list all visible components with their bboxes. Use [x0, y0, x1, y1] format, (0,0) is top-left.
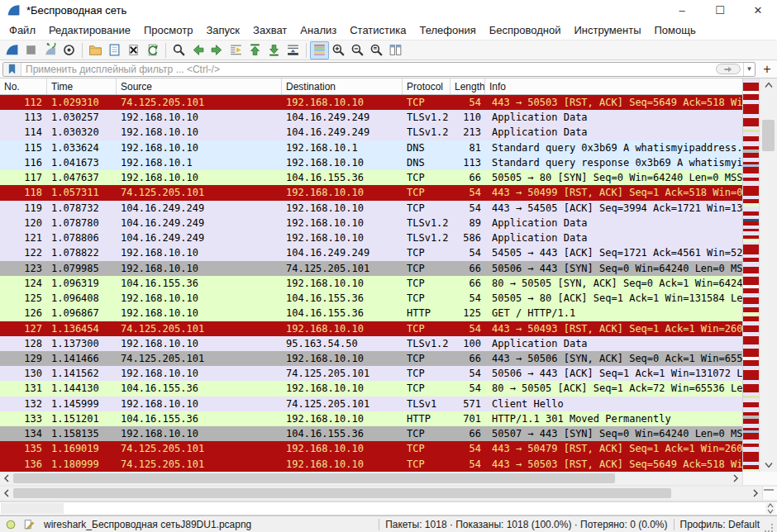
expert-info-icon[interactable]	[4, 518, 17, 531]
splitter-grip[interactable]	[764, 489, 774, 491]
go-first-packet-button[interactable]	[245, 41, 265, 59]
reload-file-button[interactable]	[143, 41, 162, 59]
minimize-button[interactable]: –	[663, 0, 701, 20]
display-filter-field[interactable]: ▼	[2, 62, 756, 77]
capture-comment-icon[interactable]	[22, 518, 36, 531]
packet-row[interactable]: 1351.16901974.125.205.101192.168.10.10TC…	[0, 441, 742, 456]
save-file-button[interactable]	[105, 41, 124, 59]
menu-edit[interactable]: Редактирование	[42, 21, 137, 39]
packet-source: 74.125.205.101	[117, 441, 282, 456]
packet-row[interactable]: 1301.141562192.168.10.1074.125.205.101TC…	[0, 366, 742, 381]
start-capture-button[interactable]	[2, 41, 21, 59]
packet-row[interactable]: 1121.02931074.125.205.101192.168.10.10TC…	[0, 95, 742, 110]
scroll-up-arrow-icon[interactable]	[760, 78, 777, 92]
packet-row[interactable]: 1151.033624192.168.10.10192.168.10.1DNS8…	[0, 140, 742, 155]
apply-filter-button[interactable]	[716, 64, 741, 74]
packet-no: 123	[0, 261, 47, 276]
go-last-packet-button[interactable]	[265, 41, 284, 59]
packet-protocol: TLSv1.2	[403, 125, 450, 140]
vertical-scrollbar-thumb[interactable]	[762, 120, 775, 151]
packet-row[interactable]: 1331.151201104.16.155.36192.168.10.10HTT…	[0, 411, 742, 426]
maximize-button[interactable]: ☐	[701, 0, 739, 20]
packet-row[interactable]: 1141.030320192.168.10.10104.16.249.249TL…	[0, 125, 742, 140]
packet-row[interactable]: 1181.05731174.125.205.101192.168.10.10TC…	[0, 185, 742, 200]
packet-row[interactable]: 1291.14146674.125.205.101192.168.10.10TC…	[0, 351, 742, 366]
menu-analyze[interactable]: Анализ	[293, 21, 343, 39]
auto-scroll-button[interactable]	[284, 41, 303, 59]
close-file-button[interactable]	[124, 41, 143, 59]
column-header-protocol[interactable]: Protocol	[403, 78, 450, 94]
column-header-length[interactable]: Length	[450, 78, 485, 94]
hscrollbar-thumb[interactable]	[13, 473, 615, 483]
menu-help[interactable]: Помощь	[648, 21, 703, 39]
packet-row[interactable]: 1361.18099974.125.205.101192.168.10.10TC…	[0, 457, 742, 472]
colorize-button[interactable]	[310, 41, 329, 59]
packet-no: 126	[0, 306, 47, 321]
packet-row[interactable]: 1281.137300192.168.10.1095.163.54.50TLSv…	[0, 336, 742, 351]
packet-row[interactable]: 1251.096408192.168.10.10104.16.155.36TCP…	[0, 291, 742, 306]
menu-statistics[interactable]: Статистика	[343, 21, 412, 39]
menu-go[interactable]: Запуск	[199, 21, 246, 39]
go-forward-button[interactable]	[207, 41, 226, 59]
intelligent-scrollbar-minimap[interactable]	[742, 78, 759, 472]
find-packet-button[interactable]	[169, 41, 188, 59]
minimap-stripe	[743, 167, 759, 173]
resize-columns-button[interactable]	[386, 41, 405, 59]
packet-row[interactable]: 1261.096867192.168.10.10104.16.155.36HTT…	[0, 306, 742, 321]
packet-row[interactable]: 1191.078732104.16.249.249192.168.10.10TC…	[0, 201, 742, 216]
packet-row[interactable]: 1131.030257192.168.10.10104.16.249.249TL…	[0, 110, 742, 125]
go-to-packet-button[interactable]	[226, 41, 245, 59]
open-file-button[interactable]	[86, 41, 105, 59]
packet-list-hscrollbar[interactable]	[0, 472, 742, 485]
packet-row[interactable]: 1211.078806104.16.249.249192.168.10.10TL…	[0, 230, 742, 245]
packet-row[interactable]: 1161.041673192.168.10.1192.168.10.10DNS1…	[0, 155, 742, 170]
packet-row[interactable]: 1201.078780104.16.249.249192.168.10.10TL…	[0, 216, 742, 230]
profile-label[interactable]: Профиль: Default	[680, 519, 760, 530]
packet-row[interactable]: 1321.145999192.168.10.1074.125.205.101TL…	[0, 397, 742, 411]
lower-pane-hscrollbar[interactable]	[0, 487, 762, 500]
detail-pane-scrollbar[interactable]	[765, 503, 775, 514]
close-button[interactable]: ✕	[739, 0, 777, 20]
column-header-info[interactable]: Info	[485, 78, 742, 94]
add-filter-button-plus-icon[interactable]: +	[760, 62, 775, 77]
packet-row[interactable]: 1341.158135192.168.10.10104.16.155.36TCP…	[0, 426, 742, 441]
menu-capture[interactable]: Захват	[246, 21, 293, 39]
column-header-time[interactable]: Time	[47, 78, 117, 94]
resize-grip[interactable]	[765, 524, 773, 532]
packet-row[interactable]: 1231.079985192.168.10.1074.125.205.101TC…	[0, 261, 742, 276]
column-header-source[interactable]: Source	[117, 78, 282, 94]
zoom-out-button[interactable]	[348, 41, 367, 59]
capture-options-button[interactable]	[60, 41, 79, 59]
scroll-right-arrow-icon[interactable]	[729, 472, 742, 485]
scroll-left-arrow-icon[interactable]	[0, 487, 13, 500]
hscrollbar-thumb[interactable]	[13, 488, 671, 498]
zoom-normal-button[interactable]	[367, 41, 386, 59]
menu-view[interactable]: Просмотр	[137, 21, 199, 39]
filter-bookmark-icon[interactable]	[3, 63, 21, 76]
column-header-no[interactable]: No.	[0, 78, 47, 94]
packet-row[interactable]: 1271.13645474.125.205.101192.168.10.10TC…	[0, 321, 742, 336]
stop-capture-button[interactable]	[21, 41, 41, 59]
menu-telephony[interactable]: Телефония	[412, 21, 482, 39]
packet-row[interactable]: 1221.078822192.168.10.10104.16.249.249TC…	[0, 245, 742, 260]
filter-dropdown-caret-icon[interactable]: ▼	[743, 63, 755, 76]
zoom-normal-icon	[369, 43, 384, 57]
menu-wireless[interactable]: Беспроводной	[483, 21, 568, 39]
vertical-scrollbar[interactable]	[759, 78, 777, 472]
packet-row[interactable]: 1171.047637192.168.10.10104.16.155.36TCP…	[0, 170, 742, 185]
capture-filename[interactable]: wireshark_Беспроводная сетьJ89DU1.pcapng	[44, 519, 251, 530]
scroll-left-arrow-icon[interactable]	[0, 472, 13, 485]
restart-capture-button[interactable]	[41, 41, 60, 59]
display-filter-input[interactable]	[21, 64, 716, 75]
packet-info: 50505 → 80 [ACK] Seq=1 Ack=1 Win=131584 …	[485, 291, 742, 306]
go-back-button[interactable]	[188, 41, 207, 59]
scroll-down-arrow-icon[interactable]	[760, 458, 777, 472]
packet-time: 1.158135	[47, 426, 117, 441]
packet-row[interactable]: 1241.096319104.16.155.36192.168.10.10TCP…	[0, 276, 742, 291]
column-header-destination[interactable]: Destination	[282, 78, 403, 94]
zoom-in-button[interactable]	[329, 41, 348, 59]
menu-file[interactable]: Файл	[2, 21, 42, 39]
menu-tools[interactable]: Инструменты	[567, 21, 647, 39]
scroll-right-arrow-icon[interactable]	[749, 487, 762, 500]
packet-row[interactable]: 1311.144130104.16.155.36192.168.10.10TCP…	[0, 381, 742, 396]
